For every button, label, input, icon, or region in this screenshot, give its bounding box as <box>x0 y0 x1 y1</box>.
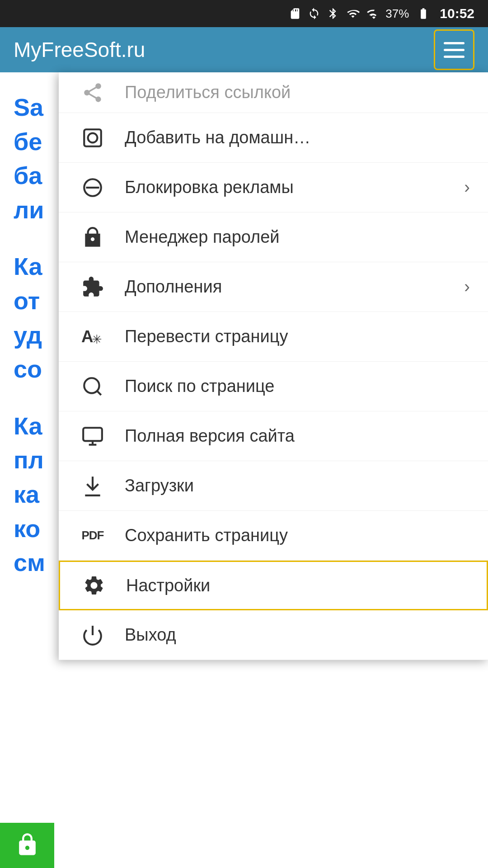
add-home-label: Добавить на домашн… <box>125 128 470 147</box>
translate-icon: A ✳ <box>77 321 108 353</box>
svg-point-1 <box>88 133 98 142</box>
menu-item-desktop[interactable]: Полная версия сайта <box>59 411 488 461</box>
save-pdf-label: Сохранить страницу <box>125 526 470 545</box>
status-bar: 37% 10:52 <box>0 0 488 27</box>
menu-item-search[interactable]: Поиск по странице <box>59 362 488 411</box>
download-icon <box>77 470 108 502</box>
downloads-label: Загрузки <box>125 476 470 495</box>
battery-percent: 37% <box>385 7 409 21</box>
menu-item-add-home[interactable]: Добавить на домашн… <box>59 113 488 163</box>
extensions-arrow: › <box>464 277 470 297</box>
pdf-icon: PDF <box>77 520 108 552</box>
passwords-label: Менеджер паролей <box>125 227 470 247</box>
menu-button[interactable] <box>434 29 474 70</box>
block-ads-icon <box>77 172 108 203</box>
pdf-text: PDF <box>82 528 104 542</box>
desktop-icon <box>77 420 108 452</box>
app-bar: MyFreeSoft.ru <box>0 27 488 72</box>
share-icon <box>77 77 108 108</box>
menu-item-settings[interactable]: Настройки <box>59 561 488 610</box>
menu-item-share[interactable]: Поделиться ссылкой <box>59 72 488 113</box>
search-icon <box>77 371 108 402</box>
svg-rect-0 <box>84 129 101 146</box>
time-display: 10:52 <box>440 6 474 21</box>
menu-item-passwords[interactable]: Менеджер паролей <box>59 212 488 262</box>
translate-label: Перевести страницу <box>125 327 470 346</box>
dropdown-menu: Поделиться ссылкой Добавить на домашн… Б… <box>59 72 488 660</box>
block-ads-label: Блокировка рекламы <box>125 178 464 197</box>
add-home-icon <box>77 122 108 154</box>
settings-label: Настройки <box>126 576 469 595</box>
status-icons: 37% <box>289 7 432 21</box>
lock-icon <box>15 832 40 859</box>
menu-item-block-ads[interactable]: Блокировка рекламы › <box>59 163 488 212</box>
settings-icon <box>78 570 110 601</box>
extensions-label: Дополнения <box>125 277 464 297</box>
desktop-label: Полная версия сайта <box>125 426 470 446</box>
block-ads-arrow: › <box>464 178 470 197</box>
menu-item-translate[interactable]: A ✳ Перевести страницу <box>59 312 488 362</box>
menu-item-downloads[interactable]: Загрузки <box>59 461 488 511</box>
extensions-icon <box>77 271 108 303</box>
hamburger-icon <box>444 42 465 58</box>
svg-point-6 <box>84 378 99 393</box>
menu-item-extensions[interactable]: Дополнения › <box>59 262 488 312</box>
svg-line-7 <box>97 391 101 395</box>
svg-rect-8 <box>83 428 102 441</box>
password-icon <box>77 222 108 253</box>
power-icon <box>77 619 108 651</box>
share-label: Поделиться ссылкой <box>125 83 470 102</box>
exit-label: Выход <box>125 625 470 645</box>
menu-item-save-pdf[interactable]: PDF Сохранить страницу <box>59 511 488 561</box>
app-title: MyFreeSoft.ru <box>14 38 145 62</box>
bottom-lock-bar[interactable] <box>0 823 54 868</box>
search-label: Поиск по странице <box>125 377 470 396</box>
menu-item-exit[interactable]: Выход <box>59 610 488 660</box>
svg-text:✳: ✳ <box>92 333 102 346</box>
